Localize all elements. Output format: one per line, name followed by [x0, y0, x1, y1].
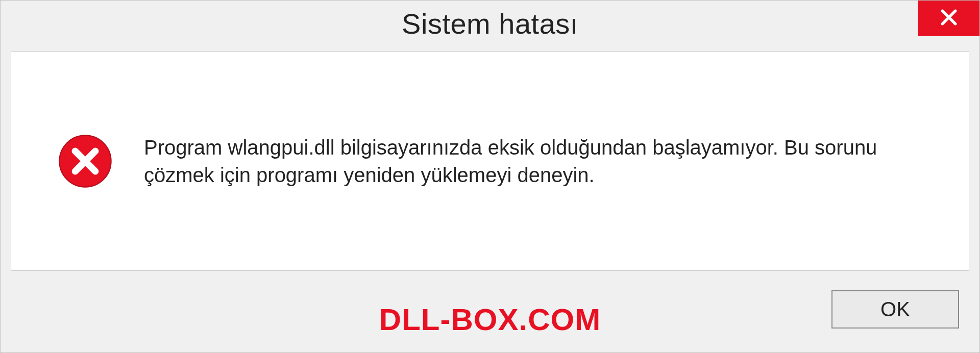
watermark-text: DLL-BOX.COM	[379, 302, 601, 337]
error-icon	[57, 133, 113, 189]
dialog-title: Sistem hatası	[402, 7, 578, 40]
close-icon	[939, 8, 959, 29]
ok-button[interactable]: OK	[831, 290, 959, 329]
error-message: Program wlangpui.dll bilgisayarınızda ek…	[144, 134, 884, 189]
dialog-footer: DLL-BOX.COM OK	[1, 271, 979, 347]
dialog-body: Program wlangpui.dll bilgisayarınızda ek…	[11, 52, 969, 271]
close-button[interactable]	[918, 1, 979, 36]
titlebar: Sistem hatası	[1, 1, 979, 46]
error-dialog: Sistem hatası Program wlangpui.dll bilgi…	[0, 0, 980, 353]
